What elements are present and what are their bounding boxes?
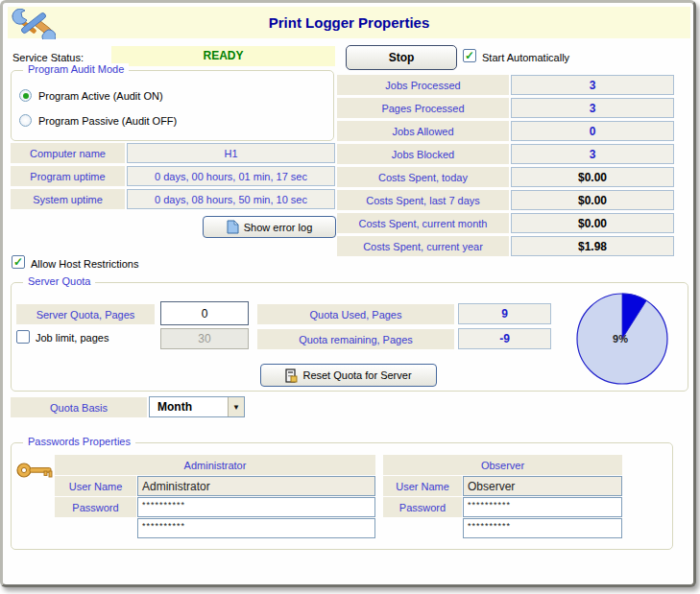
- computer-name-label: Computer name: [11, 143, 125, 163]
- radio-program-active[interactable]: [19, 89, 32, 102]
- start-automatically-label: Start Automatically: [482, 52, 569, 63]
- chevron-down-icon[interactable]: ▼: [228, 397, 244, 416]
- radio-program-passive[interactable]: [19, 114, 32, 127]
- admin-password-label: Password: [55, 497, 136, 517]
- costs-month-label: Costs Spent, current month: [337, 213, 509, 233]
- admin-password-confirm-field[interactable]: **********: [137, 518, 375, 538]
- allow-host-restrictions-label: Allow Host Restrictions: [31, 258, 138, 270]
- system-uptime-value: 0 days, 08 hours, 50 min, 10 sec: [127, 189, 335, 209]
- service-status-label: Service Status:: [12, 52, 84, 63]
- jobs-allowed-label: Jobs Allowed: [337, 121, 509, 141]
- admin-password-field[interactable]: **********: [137, 497, 375, 517]
- show-error-log-label: Show error log: [244, 222, 313, 233]
- print-logger-window: Print Logger Properties Service Status: …: [0, 0, 696, 587]
- page-title: Print Logger Properties: [8, 7, 690, 38]
- check-icon: ✓: [465, 50, 474, 61]
- quota-basis-value: Month: [150, 400, 228, 414]
- reset-quota-label: Reset Quota for Server: [302, 369, 411, 381]
- server-quota-pages-input[interactable]: 0: [160, 301, 249, 325]
- service-status-value: READY: [111, 46, 335, 66]
- program-uptime-value: 0 days, 00 hours, 01 min, 17 sec: [127, 166, 335, 186]
- costs-today-label: Costs Spent, today: [337, 167, 509, 187]
- quota-remaining-label: Quota remaining, Pages: [257, 329, 454, 349]
- system-uptime-label: System uptime: [11, 189, 125, 209]
- quota-pie-label: 9%: [608, 333, 633, 345]
- observer-header: Observer: [383, 455, 622, 475]
- jobs-blocked-label: Jobs Blocked: [337, 144, 509, 164]
- quota-used-label: Quota Used, Pages: [257, 304, 454, 324]
- costs-year-label: Costs Spent, current year: [337, 236, 509, 256]
- jobs-processed-label: Jobs Processed: [337, 75, 509, 95]
- allow-host-restrictions-checkbox[interactable]: ✓: [12, 255, 25, 269]
- job-limit-input: 30: [160, 328, 249, 349]
- observer-password-field[interactable]: **********: [463, 497, 622, 517]
- admin-username-label: User Name: [55, 476, 136, 496]
- quota-basis-dropdown[interactable]: Month ▼: [149, 396, 245, 417]
- document-icon: [227, 220, 239, 234]
- quota-remaining-value: -9: [458, 328, 551, 349]
- tools-icon: [12, 9, 56, 39]
- pages-processed-label: Pages Processed: [337, 98, 509, 118]
- observer-password-label: Password: [383, 497, 462, 517]
- passwords-title: Passwords Properties: [23, 436, 135, 447]
- quota-used-value: 9: [458, 303, 551, 324]
- radio-program-active-label: Program Active (Audit ON): [38, 90, 163, 102]
- key-icon: [15, 460, 54, 481]
- job-limit-checkbox[interactable]: ✓: [16, 330, 30, 344]
- audit-mode-title: Program Audit Mode: [23, 63, 129, 75]
- radio-dot: [23, 93, 29, 99]
- observer-username-field[interactable]: Observer: [463, 476, 622, 496]
- password-mask: **********: [468, 519, 511, 531]
- observer-username-label: User Name: [383, 476, 462, 496]
- costs-year-value: $1.98: [511, 236, 674, 256]
- window-header: Print Logger Properties: [8, 7, 690, 38]
- costs-today-value: $0.00: [511, 167, 674, 187]
- password-mask: **********: [142, 519, 185, 531]
- check-icon: ✓: [13, 256, 23, 268]
- show-error-log-button[interactable]: Show error log: [203, 216, 336, 238]
- jobs-allowed-value: 0: [511, 121, 674, 141]
- pages-processed-value: 3: [511, 98, 674, 118]
- password-mask: **********: [142, 498, 185, 510]
- reset-quota-button[interactable]: Reset Quota for Server: [260, 364, 437, 387]
- costs-month-value: $0.00: [511, 213, 674, 233]
- server-quota-pages-label: Server Quota, Pages: [16, 304, 155, 324]
- server-quota-title: Server Quota: [23, 275, 95, 287]
- audit-mode-group: Program Audit Mode Program Active (Audit…: [11, 70, 334, 141]
- costs-7days-value: $0.00: [511, 190, 674, 210]
- job-limit-label: Job limit, pages: [36, 332, 109, 344]
- jobs-blocked-value: 3: [511, 144, 674, 164]
- quota-basis-label: Quota Basis: [11, 397, 147, 417]
- password-mask: **********: [468, 498, 511, 510]
- admin-username-field[interactable]: Administrator: [137, 476, 375, 496]
- observer-password-confirm-field[interactable]: **********: [463, 518, 622, 538]
- radio-program-passive-label: Program Passive (Audit OFF): [38, 115, 177, 127]
- computer-name-value: H1: [127, 143, 335, 163]
- reset-quota-icon: [285, 368, 298, 383]
- jobs-processed-value: 3: [511, 75, 674, 95]
- program-uptime-label: Program uptime: [11, 166, 125, 186]
- administrator-header: Administrator: [55, 455, 375, 475]
- stop-button[interactable]: Stop: [346, 45, 457, 70]
- start-automatically-checkbox[interactable]: ✓: [463, 49, 476, 62]
- costs-7days-label: Costs Spent, last 7 days: [337, 190, 509, 210]
